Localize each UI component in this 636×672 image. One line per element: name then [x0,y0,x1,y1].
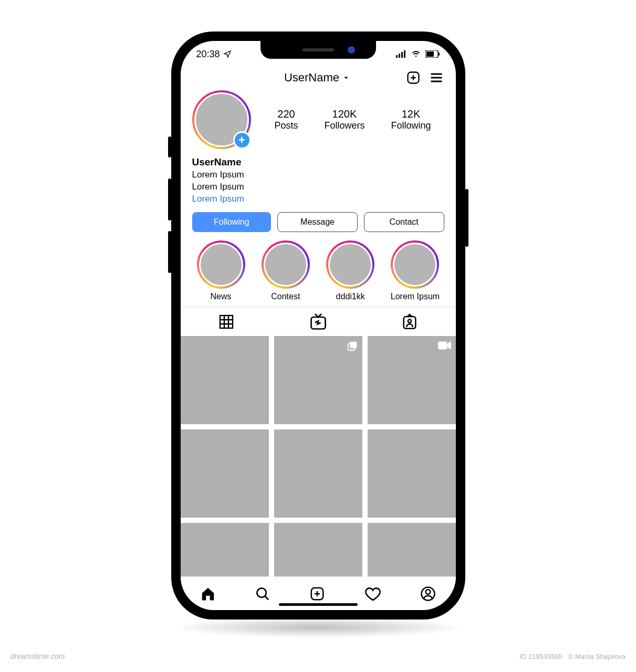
svg-point-15 [257,588,266,597]
tagged-icon [401,313,419,331]
svg-rect-0 [396,55,398,58]
battery-icon [425,50,440,58]
chevron-down-icon [341,73,351,82]
svg-rect-6 [439,52,440,56]
tab-grid[interactable] [181,307,273,336]
tab-reels[interactable] [272,307,364,336]
add-post-icon[interactable] [406,70,421,85]
highlight-item[interactable]: News [192,240,250,301]
location-arrow-icon [223,50,232,58]
contact-button[interactable]: Contact [364,212,444,232]
carousel-icon [347,340,358,352]
post-thumbnail[interactable] [368,336,456,424]
post-thumbnail[interactable] [274,336,362,424]
home-indicator[interactable] [279,603,358,606]
stat-followers[interactable]: 120K Followers [324,108,364,131]
svg-point-18 [426,589,431,594]
tab-tagged[interactable] [364,307,456,336]
profile-bio: UserName Lorem Ipsum Lorem Ipsum Lorem I… [181,149,456,212]
svg-rect-1 [399,54,400,58]
svg-rect-12 [350,342,357,349]
header-username-dropdown[interactable]: UserName [284,71,351,85]
status-time: 20:38 [196,49,220,60]
post-thumbnail[interactable] [274,429,362,518]
svg-rect-8 [220,316,233,328]
cell-signal-icon [396,50,406,58]
post-thumbnail[interactable] [368,429,456,518]
highlight-item[interactable]: Lorem Ipsum [386,240,444,301]
post-thumbnail[interactable] [181,336,269,424]
svg-point-11 [408,319,411,322]
posts-grid [181,336,456,576]
menu-icon[interactable] [429,70,444,85]
message-button[interactable]: Message [277,212,358,232]
bio-username: UserName [192,155,444,169]
post-thumbnail[interactable] [181,523,269,576]
header-username-label: UserName [284,71,339,85]
stat-following[interactable]: 12K Following [391,108,431,131]
video-icon [438,340,452,351]
nav-activity-icon[interactable] [364,585,381,602]
add-story-badge[interactable]: + [233,131,251,149]
watermark-left: dreamstime.com [11,652,65,660]
svg-rect-2 [401,52,403,58]
svg-rect-14 [438,342,447,350]
bio-line: Lorem Ipsum [192,181,444,193]
phone-frame: 20:38 UserName + [171,32,465,620]
watermark-right: ID 219535595 © Mariia Shapilova [519,653,625,660]
bio-link[interactable]: Lorem Ipsum [192,193,444,205]
nav-home-icon[interactable] [200,586,216,602]
highlight-item[interactable]: dddi1kk [321,240,379,301]
post-thumbnail[interactable] [181,429,269,518]
nav-add-icon[interactable] [309,586,325,602]
stat-posts[interactable]: 220 Posts [274,108,298,131]
grid-icon [218,313,235,330]
svg-rect-5 [426,51,434,57]
post-thumbnail[interactable] [368,523,456,576]
wifi-icon [411,50,421,58]
profile-avatar[interactable]: + [192,90,251,149]
nav-profile-icon[interactable] [420,586,436,602]
nav-search-icon[interactable] [255,586,270,602]
bio-line: Lorem Ipsum [192,169,444,181]
post-thumbnail[interactable] [274,523,362,576]
tv-icon [309,312,328,331]
highlight-item[interactable]: Contest [257,240,315,301]
svg-rect-3 [404,50,405,58]
following-button[interactable]: Following [192,212,272,232]
